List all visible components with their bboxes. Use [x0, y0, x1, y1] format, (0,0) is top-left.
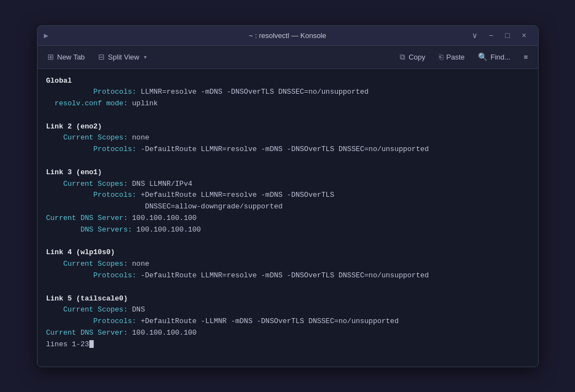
maximize-button[interactable]: □	[501, 28, 515, 42]
window-title: ~ : resolvectl — Konsole	[249, 31, 326, 40]
terminal-line: Link 2 (eno2)	[46, 121, 529, 133]
terminal-line: Link 3 (eno1)	[46, 167, 529, 179]
terminal-line: DNSSEC=allow-downgrade/supported	[46, 201, 529, 213]
toolbar: ⊞ New Tab ⊟ Split View ▾ ⧉ Copy ⎗ Paste …	[37, 46, 538, 69]
terminal-cursor	[89, 340, 94, 348]
close-button[interactable]: ×	[517, 28, 531, 42]
split-view-label: Split View	[108, 53, 139, 61]
window-controls: ∨ − □ ×	[467, 28, 531, 42]
new-tab-label: New Tab	[57, 53, 85, 61]
terminal-line	[46, 155, 529, 167]
terminal-line: Current Scopes: none	[46, 132, 529, 144]
menu-button[interactable]: ≡	[518, 49, 534, 65]
find-button[interactable]: 🔍 Find...	[472, 49, 516, 65]
terminal-line	[46, 110, 529, 121]
collapse-button[interactable]: ∨	[467, 28, 482, 42]
copy-label: Copy	[409, 53, 425, 61]
split-view-dropdown-icon: ▾	[144, 54, 147, 60]
minimize-button[interactable]: −	[484, 28, 498, 42]
terminal-line: lines 1-23	[46, 339, 529, 351]
terminal-line: Protocols: +DefaultRoute LLMNR=resolve -…	[46, 190, 529, 201]
terminal-line: Current Scopes: none	[46, 259, 529, 270]
terminal-window: ▶ ~ : resolvectl — Konsole ∨ − □ × ⊞ New…	[37, 25, 539, 367]
terminal-line: Current Scopes: DNS	[46, 304, 529, 316]
terminal-line: Protocols: -DefaultRoute LLMNR=resolve -…	[46, 144, 529, 155]
split-view-button[interactable]: ⊟ Split View ▾	[93, 49, 152, 65]
terminal-line: Current Scopes: DNS LLMNR/IPv4	[46, 179, 529, 190]
terminal-line: DNS Servers: 100.100.100.100	[46, 224, 529, 236]
titlebar-left: ▶	[44, 31, 53, 40]
terminal-line	[46, 282, 529, 293]
terminal-line: resolv.conf mode: uplink	[46, 98, 529, 110]
terminal-line: Current DNS Server: 100.100.100.100	[46, 213, 529, 224]
terminal-line	[46, 236, 529, 248]
terminal-output[interactable]: Global Protocols: LLMNR=resolve -mDNS -D…	[37, 69, 538, 367]
terminal-line: Link 5 (tailscale0)	[46, 293, 529, 305]
paste-label: Paste	[447, 53, 465, 61]
paste-button[interactable]: ⎗ Paste	[433, 49, 470, 65]
split-view-icon: ⊟	[98, 52, 105, 61]
titlebar: ▶ ~ : resolvectl — Konsole ∨ − □ ×	[37, 26, 538, 46]
terminal-line: Protocols: +DefaultRoute -LLMNR -mDNS -D…	[46, 316, 529, 327]
terminal-line: Protocols: -DefaultRoute LLMNR=resolve -…	[46, 270, 529, 282]
paste-icon: ⎗	[439, 52, 443, 61]
find-label: Find...	[491, 53, 510, 61]
find-icon: 🔍	[478, 52, 487, 61]
terminal-line: Protocols: LLMNR=resolve -mDNS -DNSOverT…	[46, 87, 529, 98]
copy-button[interactable]: ⧉ Copy	[394, 49, 431, 65]
terminal-line: Current DNS Server: 100.100.100.100	[46, 327, 529, 339]
terminal-line: Link 4 (wlp10s0)	[46, 247, 529, 259]
new-tab-button[interactable]: ⊞ New Tab	[42, 49, 90, 65]
terminal-line: Global	[46, 76, 529, 87]
new-tab-icon: ⊞	[47, 52, 54, 61]
terminal-icon: ▶	[44, 31, 49, 40]
copy-icon: ⧉	[400, 52, 405, 62]
menu-icon: ≡	[524, 53, 528, 61]
